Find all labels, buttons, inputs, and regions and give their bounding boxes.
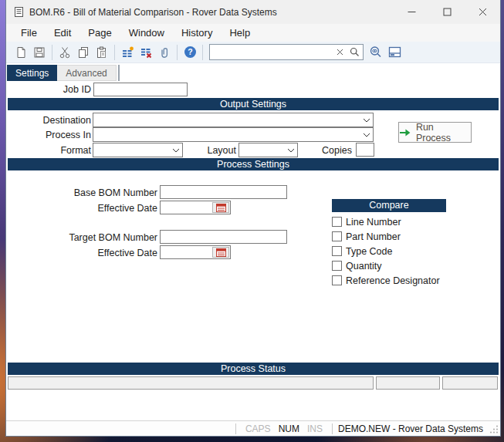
- menu-file[interactable]: File: [12, 25, 46, 40]
- app-window: BOM.R6 - Bill of Material Comparison - R…: [5, 0, 501, 437]
- help-icon[interactable]: ?: [181, 44, 198, 61]
- statusbar-message: DEMO.NEW - Rover Data Systems: [338, 423, 483, 434]
- target-bom-label: Target BOM Number: [49, 232, 157, 243]
- base-effective-date-input[interactable]: [160, 201, 231, 214]
- target-bom-input[interactable]: [160, 230, 287, 244]
- copies-input[interactable]: [356, 143, 374, 157]
- statusbar-separator: [332, 423, 333, 434]
- toolbar-separator: [202, 45, 203, 60]
- output-settings-header: Output Settings: [8, 98, 499, 110]
- menu-help[interactable]: Help: [221, 25, 259, 40]
- line-number-checkbox[interactable]: [332, 217, 342, 227]
- title-bar[interactable]: BOM.R6 - Bill of Material Comparison - R…: [6, 0, 500, 24]
- insert-row-icon[interactable]: [119, 44, 136, 61]
- base-bom-input[interactable]: [160, 185, 287, 199]
- quantity-label: Quantity: [346, 261, 382, 272]
- process-status-header: Process Status: [8, 363, 499, 375]
- tab-advanced[interactable]: Advanced: [57, 65, 116, 81]
- part-number-label: Part Number: [346, 231, 401, 242]
- search-clear-icon[interactable]: [333, 46, 346, 59]
- reference-designator-label: Reference Designator: [346, 275, 440, 286]
- process-in-dropdown[interactable]: [93, 127, 374, 142]
- compare-option-row: Line Number: [332, 216, 401, 228]
- cut-icon[interactable]: [56, 44, 73, 61]
- form-body: Settings Advanced Job ID Output Settings…: [6, 63, 500, 420]
- save-icon[interactable]: [31, 44, 48, 61]
- type-code-checkbox[interactable]: [332, 246, 342, 256]
- toolbar-separator: [52, 45, 52, 60]
- tab-settings[interactable]: Settings: [7, 65, 57, 81]
- type-code-label: Type Code: [346, 246, 392, 257]
- chevron-down-icon: [285, 148, 297, 153]
- calendar-icon[interactable]: [212, 202, 229, 213]
- process-status-field-3: [442, 376, 498, 390]
- menu-edit[interactable]: Edit: [46, 25, 79, 40]
- toolbar-search: [209, 44, 364, 60]
- compare-header: Compare: [332, 199, 446, 212]
- run-process-label: Run Process: [416, 122, 471, 143]
- job-id-label: Job ID: [10, 84, 91, 95]
- attachment-icon[interactable]: [156, 44, 173, 61]
- process-status-field-main: [8, 376, 374, 390]
- run-arrow-icon: [399, 128, 411, 137]
- target-effective-date-input[interactable]: [160, 245, 231, 259]
- toolbar: ?: [6, 42, 500, 63]
- process-status-field-2: [376, 376, 440, 390]
- copy-icon[interactable]: [75, 44, 92, 61]
- minimize-button[interactable]: [394, 0, 429, 24]
- chevron-down-icon: [360, 118, 373, 123]
- quantity-checkbox[interactable]: [332, 261, 342, 271]
- process-in-label: Process In: [10, 130, 91, 140]
- reference-designator-checkbox[interactable]: [332, 275, 342, 285]
- status-bar: CAPS NUM INS DEMO.NEW - Rover Data Syste…: [6, 420, 500, 436]
- layout-label: Layout: [190, 145, 236, 156]
- caps-indicator: CAPS: [245, 423, 271, 434]
- target-effective-date-label: Effective Date: [49, 248, 157, 258]
- part-number-checkbox[interactable]: [332, 231, 342, 241]
- line-number-label: Line Number: [346, 217, 401, 228]
- menu-page[interactable]: Page: [79, 25, 120, 40]
- tab-strip-end: [118, 65, 120, 81]
- menu-bar: File Edit Page Window History Help: [6, 24, 500, 42]
- compare-option-row: Reference Designator: [332, 275, 440, 286]
- window-layout-icon[interactable]: [386, 44, 403, 61]
- compare-option-row: Quantity: [332, 260, 382, 272]
- process-settings-header: Process Settings: [8, 158, 499, 170]
- ins-indicator: INS: [307, 423, 323, 434]
- copies-label: Copies: [299, 145, 352, 156]
- compare-option-row: Part Number: [332, 231, 401, 242]
- run-process-button[interactable]: Run Process: [398, 122, 472, 143]
- tab-strip: Settings Advanced: [7, 65, 120, 81]
- destination-dropdown[interactable]: [93, 113, 374, 127]
- lookup-icon[interactable]: [367, 44, 384, 61]
- chevron-down-icon: [360, 133, 373, 137]
- num-indicator: NUM: [279, 423, 299, 434]
- toolbar-separator: [114, 45, 115, 60]
- search-submit-icon[interactable]: [347, 46, 361, 59]
- layout-dropdown[interactable]: [238, 143, 298, 157]
- resize-grip[interactable]: [489, 424, 499, 434]
- menu-history[interactable]: History: [173, 25, 221, 40]
- new-document-icon[interactable]: [12, 44, 29, 61]
- format-label: Format: [10, 145, 91, 156]
- statusbar-separator: [235, 423, 236, 434]
- delete-row-icon[interactable]: [137, 44, 154, 61]
- calendar-icon[interactable]: [212, 247, 229, 258]
- svg-text:?: ?: [188, 47, 192, 56]
- app-icon: [13, 6, 25, 18]
- toolbar-separator: [177, 45, 178, 60]
- maximize-button[interactable]: [429, 0, 465, 24]
- paste-icon[interactable]: [93, 44, 110, 61]
- base-effective-date-label: Effective Date: [49, 203, 157, 214]
- close-button[interactable]: [465, 0, 500, 24]
- window-title: BOM.R6 - Bill of Material Comparison - R…: [29, 7, 277, 18]
- job-id-input[interactable]: [93, 83, 188, 96]
- base-bom-label: Base BOM Number: [49, 187, 157, 198]
- chevron-down-icon: [170, 148, 182, 153]
- format-dropdown[interactable]: [93, 143, 183, 157]
- menu-window[interactable]: Window: [120, 25, 173, 40]
- desktop-wallpaper: BOM.R6 - Bill of Material Comparison - R…: [0, 0, 504, 442]
- compare-option-row: Type Code: [332, 245, 392, 257]
- destination-label: Destination: [10, 115, 91, 126]
